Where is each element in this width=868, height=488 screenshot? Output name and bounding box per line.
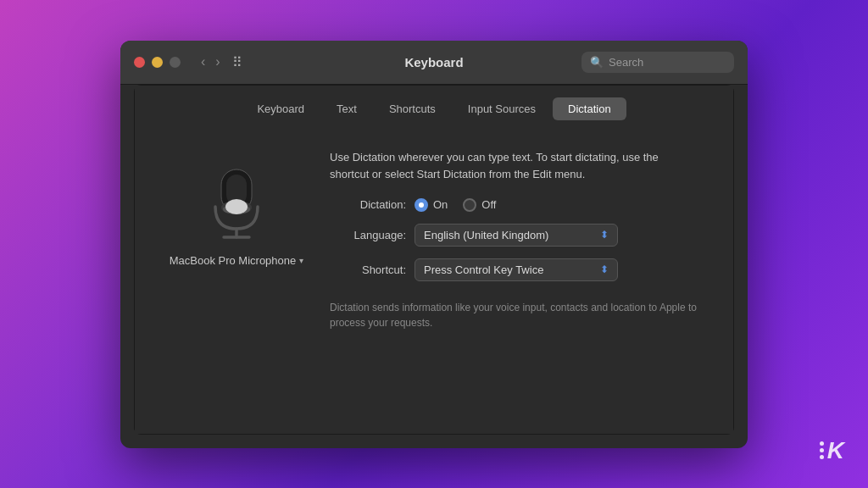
inner-window: Keyboard Text Shortcuts Input Sources Di… [134,85,734,435]
titlebar: ‹ › ⠿ Keyboard 🔍 Search [120,41,748,85]
maximize-button[interactable] [170,57,181,68]
shortcut-dropdown[interactable]: Press Control Key Twice ⬍ [415,258,618,281]
dictation-radio-group: On Off [415,198,496,212]
tab-dictation[interactable]: Dictation [553,97,626,120]
language-label: Language: [330,229,406,241]
tab-keyboard[interactable]: Keyboard [242,97,320,120]
forward-button[interactable]: › [212,53,223,71]
window-title: Keyboard [404,55,463,69]
dictation-label: Dictation: [330,198,406,211]
tab-text[interactable]: Text [321,97,372,120]
language-row: Language: English (United Kingdom) ⬍ [330,224,699,247]
svg-point-6 [225,199,248,214]
right-panel: Use Dictation wherever you can type text… [330,146,699,408]
language-value: English (United Kingdom) [424,229,548,241]
language-dropdown[interactable]: English (United Kingdom) ⬍ [415,224,618,247]
search-box[interactable]: 🔍 Search [581,52,734,73]
minimize-button[interactable] [152,57,163,68]
logo-letter: K [827,437,844,464]
keyboard-window: ‹ › ⠿ Keyboard 🔍 Search Keyboard Text Sh… [120,41,748,448]
left-panel: MacBook Pro Microphone ▾ [169,146,304,408]
logo-dot-3 [820,455,824,459]
shortcut-value: Press Control Key Twice [424,263,543,276]
radio-inner [419,202,424,208]
microphone-icon [203,163,270,242]
chevron-up-down-icon-2: ⬍ [600,263,609,275]
microphone-name: MacBook Pro Microphone [170,254,297,267]
description-text: Use Dictation wherever you can type text… [330,149,699,183]
window-controls [134,57,181,68]
tabs-bar: Keyboard Text Shortcuts Input Sources Di… [135,86,733,129]
logo-dots [820,441,824,459]
logo-dot-1 [820,441,824,446]
main-content: MacBook Pro Microphone ▾ Use Dictation w… [135,129,733,434]
shortcut-row: Shortcut: Press Control Key Twice ⬍ [330,258,699,281]
close-button[interactable] [134,57,145,68]
shortcut-label: Shortcut: [330,263,406,276]
form-rows: Dictation: On Off [330,198,699,281]
search-icon: 🔍 [590,56,604,69]
dictation-on-label: On [433,198,448,211]
privacy-text: Dictation sends information like your vo… [330,300,699,330]
dictation-on-option[interactable]: On [415,198,448,212]
dictation-on-radio[interactable] [415,198,428,212]
search-placeholder: Search [609,56,643,69]
microphone-label: MacBook Pro Microphone ▾ [170,254,304,267]
grid-icon: ⠿ [232,54,242,70]
dictation-off-label: Off [481,198,496,211]
chevron-up-down-icon: ⬍ [600,229,609,241]
dictation-off-radio[interactable] [463,198,476,212]
tab-input-sources[interactable]: Input Sources [453,97,551,120]
tab-shortcuts[interactable]: Shortcuts [374,97,451,120]
dictation-off-option[interactable]: Off [463,198,496,212]
nav-arrows: ‹ › [198,53,224,71]
logo-dot-2 [820,448,824,452]
chevron-down-icon: ▾ [299,256,303,265]
back-button[interactable]: ‹ [198,53,209,71]
dictation-row: Dictation: On Off [330,198,699,212]
knowtechie-logo: K [820,437,844,464]
